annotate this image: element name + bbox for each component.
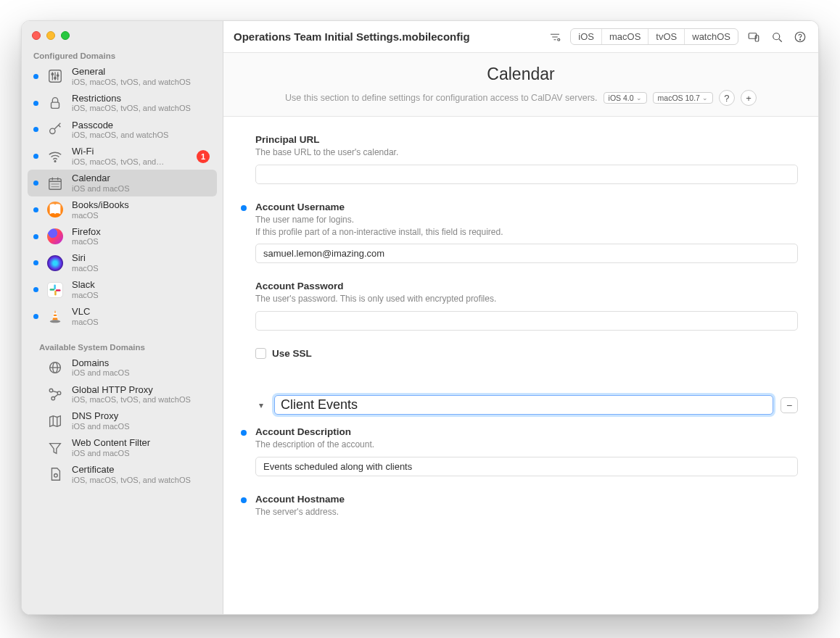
sidebar-item-web-content-filter[interactable]: Web Content Filter iOS and macOS (28, 434, 217, 461)
svg-point-6 (57, 75, 58, 76)
available-domains-header: Available System Domains (28, 330, 217, 355)
sidebar-item-label: VLC (72, 306, 99, 318)
configured-domains-header: Configured Domains (22, 46, 223, 63)
configured-dot (33, 74, 38, 79)
sidebar-item-sub: iOS, macOS, and watchOS (72, 130, 168, 140)
field-label: Account Hostname (255, 494, 798, 505)
proxy-icon (46, 385, 65, 404)
sidebar-item-firefox[interactable]: Firefox macOS (28, 223, 217, 250)
use-ssl-checkbox[interactable] (255, 348, 266, 359)
description-input[interactable] (255, 457, 798, 476)
account-name-input[interactable] (274, 395, 773, 415)
firefox-app-icon (46, 227, 65, 246)
calendar-icon (46, 174, 65, 193)
panel-help-button[interactable]: ? (719, 90, 735, 106)
sidebar-item-label: Domains (72, 357, 129, 369)
seg-tvos[interactable]: tvOS (648, 29, 685, 44)
field-desc: The base URL to the user's calendar. (255, 146, 798, 159)
password-input[interactable] (255, 311, 798, 331)
sidebar-item-label: Certificate (72, 464, 191, 476)
field-label: Account Description (255, 426, 798, 437)
toolbar: Operations Team Initial Settings.mobilec… (223, 21, 818, 53)
svg-point-11 (54, 160, 56, 162)
username-input[interactable] (255, 244, 798, 263)
books-app-icon (46, 200, 65, 219)
device-icon[interactable] (746, 29, 762, 45)
sidebar-item-label: Passcode (72, 120, 168, 131)
configured-dot (241, 205, 247, 211)
sidebar-item-certificate[interactable]: Certificate iOS, macOS, tvOS, and watchO… (28, 461, 217, 488)
principal-url-input[interactable] (255, 165, 798, 184)
form-content[interactable]: Principal URL The base URL to the user's… (223, 117, 818, 614)
configured-dot (241, 430, 247, 436)
field-desc: The user's password. This is only used w… (255, 293, 798, 305)
panel-add-button[interactable]: + (741, 90, 757, 106)
minimize-window-button[interactable] (46, 31, 55, 40)
field-use-ssl: Use SSL (238, 348, 798, 359)
slack-app-icon (46, 281, 65, 299)
configured-dot (33, 154, 38, 159)
sidebar-item-slack[interactable]: Slack macOS (28, 276, 217, 303)
wifi-badge: 1 (197, 150, 210, 163)
siri-app-icon (46, 254, 65, 273)
seg-ios[interactable]: iOS (571, 29, 602, 44)
chevron-down-icon[interactable]: ▾ (255, 400, 267, 410)
sliders-icon (46, 67, 65, 86)
configured-dot (33, 234, 38, 239)
sidebar-item-sub: iOS and macOS (72, 422, 129, 431)
svg-line-32 (52, 391, 57, 392)
svg-rect-19 (50, 289, 55, 291)
sidebar-item-restrictions[interactable]: Restrictions iOS, macOS, tvOS, and watch… (28, 90, 217, 117)
help-icon[interactable] (792, 29, 808, 45)
main-panel: Operations Team Initial Settings.mobilec… (223, 21, 818, 614)
field-hostname: Account Hostname The server's address. (238, 494, 798, 518)
field-label: Account Username (255, 202, 798, 212)
svg-point-43 (773, 33, 780, 39)
sidebar-item-sub: macOS (72, 318, 99, 327)
svg-rect-21 (56, 289, 61, 291)
configured-dot (33, 101, 38, 106)
sidebar-item-sub: macOS (72, 264, 99, 273)
chip-macos-version[interactable]: macOS 10.7⌄ (653, 92, 713, 104)
sidebar-item-passcode[interactable]: Passcode iOS, macOS, and watchOS (28, 117, 217, 144)
svg-point-36 (54, 474, 58, 478)
seg-macos[interactable]: macOS (602, 29, 648, 44)
svg-point-40 (558, 38, 560, 41)
sidebar-item-sub: iOS and macOS (72, 368, 129, 378)
filter-icon[interactable] (547, 29, 563, 45)
sidebar-item-siri[interactable]: Siri macOS (28, 249, 217, 276)
spacer-dot (33, 472, 38, 477)
vlc-app-icon (46, 307, 65, 326)
panel-header: Calendar Use this section to define sett… (223, 53, 818, 117)
seg-watchos[interactable]: watchOS (685, 29, 738, 44)
svg-rect-18 (54, 284, 56, 289)
sidebar-item-sub: iOS, macOS, tvOS, and… (72, 157, 164, 167)
sidebar-item-books[interactable]: Books/iBooks macOS (28, 196, 217, 223)
platform-segmented[interactable]: iOS macOS tvOS watchOS (570, 28, 738, 45)
search-icon[interactable] (769, 29, 785, 45)
sidebar-item-sub: iOS and macOS (72, 184, 129, 194)
close-window-button[interactable] (32, 31, 41, 40)
sidebar-item-sub: iOS and macOS (72, 449, 150, 458)
configured-dot (33, 314, 38, 319)
sidebar-item-wifi[interactable]: Wi-Fi iOS, macOS, tvOS, and… 1 (28, 143, 217, 170)
sidebar-item-proxy[interactable]: Global HTTP Proxy iOS, macOS, tvOS, and … (28, 381, 217, 408)
sidebar-item-domains[interactable]: Domains iOS and macOS (28, 355, 217, 381)
sidebar-item-sub: iOS, macOS, tvOS, and watchOS (72, 78, 191, 87)
sidebar-item-sub: macOS (72, 237, 101, 246)
svg-point-29 (49, 389, 53, 392)
sidebar-item-dns-proxy[interactable]: DNS Proxy iOS and macOS (28, 407, 217, 434)
chip-ios-version[interactable]: iOS 4.0⌄ (604, 92, 647, 104)
funnel-icon (46, 439, 65, 457)
configured-dot (33, 287, 38, 292)
zoom-window-button[interactable] (61, 31, 70, 40)
sidebar-item-general[interactable]: General iOS, macOS, tvOS, and watchOS (28, 63, 217, 90)
sidebar-item-calendar[interactable]: Calendar iOS and macOS (28, 170, 217, 196)
svg-line-44 (779, 39, 782, 42)
sidebar-scroll[interactable]: General iOS, macOS, tvOS, and watchOS Re… (22, 63, 223, 614)
sidebar-item-vlc[interactable]: VLC macOS (28, 303, 217, 330)
spacer-dot (33, 392, 38, 397)
sidebar-item-label: Firefox (72, 226, 101, 238)
field-label: Account Password (255, 281, 798, 291)
remove-account-button[interactable]: − (781, 397, 798, 413)
